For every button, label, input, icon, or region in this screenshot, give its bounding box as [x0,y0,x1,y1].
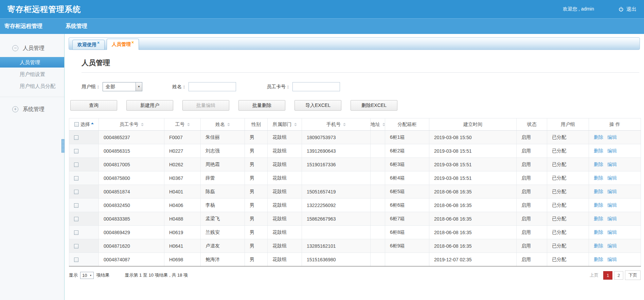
cell-card: 0004817005 [99,158,164,171]
cell-locker [385,253,429,266]
page-button-1[interactable]: 1 [603,271,612,280]
toolbar-button-4[interactable]: 批量删除 [238,100,285,111]
row-checkbox[interactable] [74,163,78,167]
row-checkbox[interactable] [74,258,78,262]
edit-link[interactable]: 编辑 [607,202,617,208]
expand-icon: + [12,106,18,112]
row-checkbox[interactable] [74,230,78,235]
sidebar-collapse-handle[interactable] [61,139,65,153]
cell-created: 2018-06-08 16:35 [429,226,517,239]
sidebar-group-2[interactable]: +系统管理 [0,103,64,115]
cell-card: 0004856315 [99,144,164,158]
delete-link[interactable]: 删除 [594,243,603,248]
row-checkbox[interactable] [74,176,78,181]
cell-select [69,226,99,239]
cell-phone: 15190167336 [302,158,371,171]
staff-table: 选择员工卡号工号姓名性别所属部门手机号地址分配箱柜建立时间状态用户组操 作 00… [69,118,641,266]
toolbar-button-1[interactable]: 查询 [70,100,117,111]
name-input[interactable] [189,82,236,91]
column-header-select[interactable]: 选择 [69,118,99,131]
edit-link[interactable]: 编辑 [607,189,617,194]
edit-link[interactable]: 编辑 [607,148,617,153]
cell-card: 0004851874 [99,185,164,199]
cell-name: 孟梁飞 [201,212,245,226]
column-header-card[interactable]: 员工卡号 [99,118,164,131]
cell-created: 2018-06-08 16:35 [429,199,517,212]
close-icon[interactable]: × [97,40,100,45]
cell-actions: 删除编辑 [589,171,641,185]
chevron-down-icon: ▼ [89,274,92,277]
cell-name: 鲍海洋 [201,253,245,266]
pagination: 上页 12 下页 [590,270,641,280]
toolbar-button-5[interactable]: 导入EXCEL [294,100,341,111]
tab-1[interactable]: 欢迎使用× [72,40,105,50]
cell-created: 2018-06-08 16:35 [429,239,517,253]
cell-group: 已分配 [547,199,589,212]
column-header-group: 用户组 [547,118,589,131]
toolbar-button-2[interactable]: 新建用户 [126,100,173,111]
cell-created: 2019-03-08 15:51 [429,158,517,171]
delete-link[interactable]: 删除 [594,189,603,194]
card-input[interactable] [292,82,340,91]
delete-link[interactable]: 删除 [594,175,603,181]
delete-link[interactable]: 删除 [594,148,603,153]
column-header-address[interactable]: 地址 [371,118,385,131]
column-header-name[interactable]: 姓名 [201,118,245,131]
delete-link[interactable]: 删除 [594,229,603,235]
edit-link[interactable]: 编辑 [607,243,617,248]
cell-card: 0004865237 [99,131,164,144]
cell-card: 0004869429 [99,226,164,239]
column-header-dept[interactable]: 所属部门 [268,118,302,131]
delete-link[interactable]: 删除 [594,162,603,167]
sidebar-group-1[interactable]: −人员管理 [0,42,64,54]
delete-link[interactable]: 删除 [594,216,603,221]
edit-link[interactable]: 编辑 [607,229,617,235]
column-header-locker: 分配箱柜 [385,118,429,131]
cell-phone [302,171,371,185]
cell-name: 刘志强 [201,144,245,158]
logout-button[interactable]: 退出 [619,6,637,13]
cell-created: 2018-06-08 16:35 [429,212,517,226]
delete-link[interactable]: 删除 [594,257,603,262]
row-checkbox[interactable] [74,244,78,248]
row-checkbox[interactable] [74,135,78,140]
cell-gender: 男 [245,253,268,266]
sidebar-item-1-2[interactable]: 用户组设置 [0,69,64,79]
prev-page-button[interactable]: 上页 [590,272,598,278]
edit-link[interactable]: 编辑 [607,216,617,221]
toolbar-button-3: 批量编辑 [182,100,229,111]
row-checkbox[interactable] [74,217,78,221]
title-divider [82,72,639,73]
edit-link[interactable]: 编辑 [607,134,617,140]
sidebar-item-1-3[interactable]: 用户组人员分配 [0,81,64,91]
tab-2[interactable]: 人员管理× [107,39,139,50]
close-icon[interactable]: × [131,40,134,45]
delete-link[interactable]: 删除 [594,202,603,208]
page-numbers: 12 [602,271,623,280]
select-all-checkbox[interactable] [74,122,79,127]
cell-locker: 6柜7箱 [385,212,429,226]
nav-item-2[interactable]: 系统管理 [66,23,87,30]
cell-locker: 6柜3箱 [385,158,429,171]
delete-link[interactable]: 删除 [594,134,603,140]
sidebar-item-1-1[interactable]: 人员管理 [0,57,64,68]
edit-link[interactable]: 编辑 [607,175,617,181]
group-select[interactable]: 全部 ▼ [103,82,142,91]
edit-link[interactable]: 编辑 [607,257,617,262]
row-checkbox[interactable] [74,149,78,153]
sidebar-menu: −人员管理人员管理用户组设置用户组人员分配+系统管理 [0,42,64,115]
row-checkbox[interactable] [74,190,78,194]
next-page-button[interactable]: 下页 [625,270,641,280]
cell-address [371,171,385,185]
cell-actions: 删除编辑 [589,253,641,266]
cell-address [371,131,385,144]
nav-item-1[interactable]: 寄存柜远程管理 [4,23,42,30]
toolbar-button-6[interactable]: 删除EXCEL [351,100,397,111]
page-size-select[interactable]: 10 ▼ [80,272,94,279]
page-button-2[interactable]: 2 [614,271,623,280]
column-header-empno[interactable]: 工号 [164,118,201,131]
cell-dept: 花鼓组 [268,212,302,226]
edit-link[interactable]: 编辑 [607,162,617,167]
row-checkbox[interactable] [74,203,78,208]
column-header-phone[interactable]: 手机号 [302,118,371,131]
